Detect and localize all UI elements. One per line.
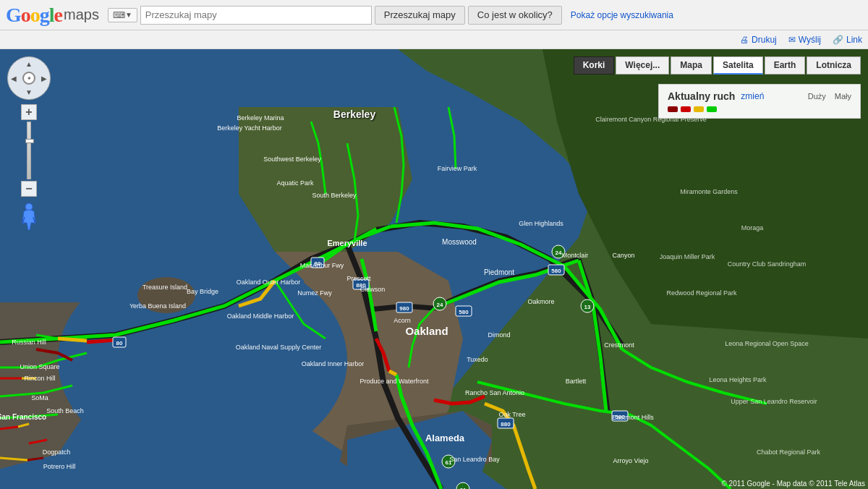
- nav-east-arrow: ▶: [41, 75, 47, 82]
- svg-text:Numez Fwy: Numez Fwy: [297, 289, 332, 297]
- svg-text:Arroyo Viejo: Arroyo Viejo: [613, 457, 649, 464]
- svg-text:Dimond: Dimond: [488, 331, 510, 339]
- svg-text:Oakland Inner Harbor: Oakland Inner Harbor: [302, 360, 365, 367]
- svg-text:80: 80: [116, 340, 123, 346]
- svg-text:Miramonte Gardens: Miramonte Gardens: [680, 188, 738, 195]
- logo-google: Google: [6, 4, 62, 27]
- svg-text:Berkeley Marina: Berkeley Marina: [237, 114, 284, 122]
- tab-map[interactable]: Mapa: [671, 56, 712, 75]
- svg-text:Clawson: Clawson: [360, 286, 386, 293]
- svg-text:South Beach: South Beach: [46, 407, 84, 414]
- svg-text:Berkeley: Berkeley: [333, 109, 376, 120]
- map-controls: ▲ ▼ ◀ ▶ ✦ + −: [7, 56, 51, 230]
- nav-north-arrow: ▲: [25, 60, 33, 68]
- traffic-header: Aktualny ruch zmień Duży Mały: [668, 90, 851, 102]
- zoom-slider-thumb[interactable]: [25, 139, 34, 143]
- more-tab-label: Więcej...: [625, 60, 660, 70]
- svg-text:Treasure Island: Treasure Island: [142, 284, 187, 291]
- svg-text:Montclair: Montclair: [562, 252, 589, 259]
- svg-text:Southwest Berkeley: Southwest Berkeley: [263, 156, 321, 163]
- svg-text:980: 980: [399, 305, 409, 312]
- earth-tab-label: Earth: [774, 60, 796, 70]
- keyboard-icon: ⌨: [113, 10, 125, 20]
- svg-text:Bartlett: Bartlett: [566, 378, 587, 385]
- svg-text:Glen Highlands: Glen Highlands: [519, 220, 563, 227]
- svg-text:Country Club Sandringham: Country Club Sandringham: [728, 260, 807, 268]
- legend-slow: [681, 106, 691, 112]
- nav-south-arrow: ▼: [25, 88, 33, 96]
- tab-more[interactable]: Więcej...: [616, 56, 669, 75]
- size-large-label: Duży: [808, 92, 826, 101]
- navigation-control[interactable]: ▲ ▼ ◀ ▶ ✦: [7, 56, 51, 100]
- link-label: Link: [846, 35, 862, 45]
- svg-text:South Berkeley: South Berkeley: [312, 192, 357, 199]
- street-view-person[interactable]: [21, 203, 37, 230]
- link-link[interactable]: 🔗 Link: [833, 35, 862, 45]
- copyright: © 2011 Google - Map data © 2011 Tele Atl…: [721, 480, 865, 488]
- svg-text:Oakland Outer Harbor: Oakland Outer Harbor: [237, 278, 301, 286]
- tab-traffic[interactable]: Korki: [574, 56, 615, 75]
- zoom-slider[interactable]: [27, 122, 31, 179]
- svg-text:Russian Hill: Russian Hill: [12, 339, 46, 346]
- nav-center[interactable]: ✦: [22, 72, 35, 85]
- svg-text:Canyon: Canyon: [612, 252, 634, 259]
- logo-maps-text: maps: [64, 7, 99, 23]
- keyboard-button[interactable]: ⌨ ▼: [108, 8, 137, 22]
- traffic-tab-label: Korki: [583, 60, 605, 70]
- svg-text:Emeryville: Emeryville: [327, 239, 367, 247]
- svg-text:24: 24: [556, 250, 562, 256]
- svg-text:Berkeley Yacht Harbor: Berkeley Yacht Harbor: [217, 124, 282, 132]
- show-options-link[interactable]: Pokaż opcje wyszukiwania: [571, 10, 673, 20]
- svg-text:Oakland: Oakland: [405, 325, 448, 337]
- svg-text:Oakland Middle Harbor: Oakland Middle Harbor: [227, 312, 294, 320]
- svg-text:Joaquin Miller Park: Joaquin Miller Park: [660, 253, 715, 260]
- svg-text:13: 13: [584, 304, 591, 310]
- svg-text:Aquatic Park: Aquatic Park: [276, 179, 314, 187]
- zoom-out-button[interactable]: −: [21, 181, 37, 197]
- keyboard-dropdown-icon: ▼: [125, 11, 132, 19]
- search-button[interactable]: Przeszukaj mapy: [375, 6, 465, 25]
- send-link[interactable]: ✉ Wyślij: [788, 35, 821, 45]
- svg-text:Crestmont: Crestmont: [604, 341, 634, 349]
- print-link[interactable]: 🖨 Drukuj: [740, 35, 777, 45]
- svg-text:580: 580: [551, 268, 561, 274]
- header: Google maps ⌨ ▼ Przeszukaj mapy Co jest …: [0, 0, 868, 30]
- email-icon: ✉: [788, 35, 796, 45]
- print-label: Drukuj: [752, 35, 777, 45]
- svg-text:MacArthur Fwy: MacArthur Fwy: [300, 262, 344, 269]
- tab-earth[interactable]: Earth: [765, 56, 806, 75]
- svg-text:Tuxedo: Tuxedo: [467, 356, 488, 363]
- nearby-button[interactable]: Co jest w okolicy?: [468, 6, 562, 25]
- svg-text:880: 880: [501, 421, 511, 428]
- svg-text:Leona Regional Open Space: Leona Regional Open Space: [725, 340, 809, 347]
- svg-text:Potrero Hill: Potrero Hill: [43, 463, 76, 470]
- legend-very-slow: [668, 106, 678, 112]
- search-input[interactable]: [140, 6, 372, 25]
- aerial-tab-label: Lotnicza: [816, 60, 851, 70]
- svg-text:Redwood Regional Park: Redwood Regional Park: [666, 289, 737, 297]
- send-label: Wyślij: [799, 35, 821, 45]
- svg-text:24: 24: [437, 302, 443, 308]
- svg-text:Oakland Naval Supply Center: Oakland Naval Supply Center: [236, 344, 322, 351]
- traffic-panel: Aktualny ruch zmień Duży Mały: [658, 84, 861, 119]
- svg-text:Bay Bridge: Bay Bridge: [187, 288, 218, 295]
- svg-text:Dogpatch: Dogpatch: [43, 448, 71, 456]
- toolbar: 🖨 Drukuj ✉ Wyślij 🔗 Link: [0, 30, 868, 49]
- svg-text:San Francisco: San Francisco: [0, 413, 46, 421]
- nav-west-arrow: ◀: [11, 75, 17, 82]
- svg-text:Yerba Buena Island: Yerba Buena Island: [129, 302, 186, 310]
- svg-text:Prescott: Prescott: [346, 275, 371, 282]
- svg-text:Upper San Leandro Reservoir: Upper San Leandro Reservoir: [731, 398, 817, 405]
- svg-text:Mosswood: Mosswood: [442, 238, 477, 246]
- map-container[interactable]: 80 80 580 580 580 880 880 980 24 24 13 6…: [0, 49, 868, 489]
- legend-moderate: [694, 106, 704, 112]
- svg-text:Leona Heights Park: Leona Heights Park: [709, 376, 767, 383]
- svg-text:Rancho San Antonio: Rancho San Antonio: [465, 389, 524, 396]
- tab-satellite[interactable]: Satelita: [713, 56, 763, 75]
- zoom-in-button[interactable]: +: [21, 104, 37, 120]
- svg-text:Fairview Park: Fairview Park: [438, 165, 477, 172]
- tab-aerial[interactable]: Lotnicza: [807, 56, 861, 75]
- traffic-change-link[interactable]: zmień: [741, 91, 764, 101]
- size-small-label: Mały: [835, 92, 851, 101]
- legend-fast: [707, 106, 717, 112]
